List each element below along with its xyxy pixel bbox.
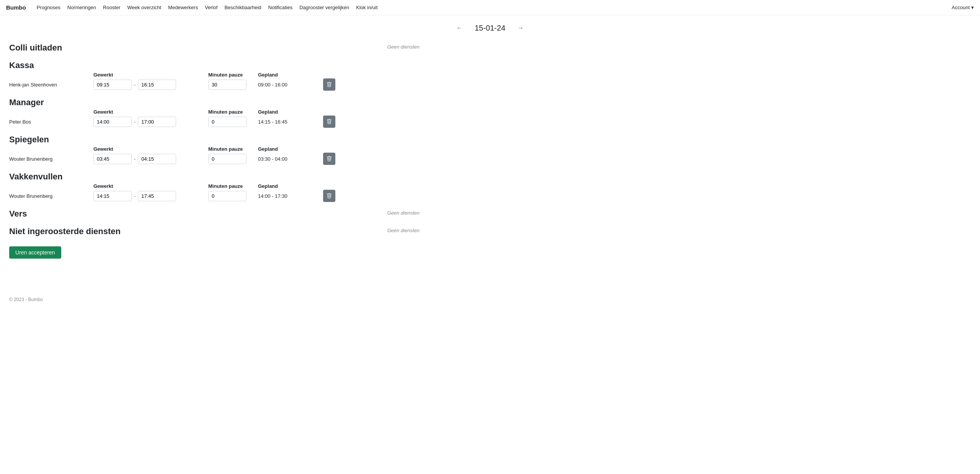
worked-time-range: - [93,117,193,127]
section-colli-uitladen: Colli uitladenGeen diensten [9,39,450,54]
col-header-gepland: Gepland [258,72,323,78]
col-headers-manager: GewerktMinuten pauzeGepland [9,109,450,115]
col-header-minuten-pauze: Minuten pauze [208,109,258,115]
section-manager: ManagerGewerktMinuten pauzeGeplandPeter … [9,94,450,128]
col-header-minuten-pauze: Minuten pauze [208,146,258,152]
footer-text: © 2023 - Bumbo [9,297,43,302]
col-headers-vakkenvullen: GewerktMinuten pauzeGepland [9,183,450,189]
section-kassa: KassaGewerktMinuten pauzeGeplandHenk-jan… [9,57,450,91]
delete-entry-button[interactable] [323,190,335,202]
worked-time-range: - [93,191,193,201]
worked-from-input[interactable] [93,154,132,164]
worked-time-range: - [93,80,193,90]
nav-item-klok-in/uit[interactable]: Klok in/uit [353,3,381,12]
section-vakkenvullen: VakkenvullenGewerktMinuten pauzeGeplandW… [9,168,450,202]
section-spiegelen: SpiegelenGewerktMinuten pauzeGeplandWout… [9,131,450,165]
planned-text: 14:15 - 16:45 [258,119,323,125]
delete-entry-button[interactable] [323,153,335,165]
geen-diensten-vers: Geen diensten [387,210,450,216]
section-title-kassa: Kassa [9,60,34,70]
col-header-gewerkt: Gewerkt [93,72,193,78]
nav-item-medewerkers[interactable]: Medewerkers [165,3,201,12]
section-title-row-vers: VersGeen diensten [9,205,450,220]
col-header-gepland: Gepland [258,109,323,115]
worked-to-input[interactable] [138,154,176,164]
section-title-row-kassa: Kassa [9,57,450,72]
entry-row: Henk-jan Steenhoven-09:00 - 16:00 [9,78,450,91]
section-title-niet-ingeroosterde-diensten: Niet ingeroosterde diensten [9,226,121,236]
worked-to-input[interactable] [138,117,176,127]
section-title-row-colli-uitladen: Colli uitladenGeen diensten [9,39,450,54]
col-headers-spiegelen: GewerktMinuten pauzeGepland [9,146,450,152]
col-header-minuten-pauze: Minuten pauze [208,72,258,78]
worked-from-input[interactable] [93,191,132,201]
entry-row: Wouter Brunenberg-14:00 - 17:30 [9,190,450,202]
col-header-gewerkt: Gewerkt [93,183,193,189]
worked-from-input[interactable] [93,80,132,90]
section-title-row-manager: Manager [9,94,450,109]
delete-entry-button[interactable] [323,116,335,128]
footer: © 2023 - Bumbo [0,289,980,310]
time-separator: - [134,119,136,125]
nav-item-rooster[interactable]: Rooster [100,3,124,12]
col-headers-kassa: GewerktMinuten pauzeGepland [9,72,450,78]
nav-item-dagrooster-vergelijken[interactable]: Dagrooster vergelijken [296,3,352,12]
nav-item-notificaties[interactable]: Notificaties [265,3,296,12]
section-niet-ingeroosterde-diensten: Niet ingeroosterde dienstenGeen diensten [9,223,450,238]
section-title-manager: Manager [9,98,44,108]
account-label: Account [952,5,970,10]
col-header-gewerkt: Gewerkt [93,146,193,152]
col-header-gepland: Gepland [258,183,323,189]
section-title-row-niet-ingeroosterde-diensten: Niet ingeroosterde dienstenGeen diensten [9,223,450,238]
time-separator: - [134,156,136,162]
minutes-pause-input[interactable] [208,191,247,201]
main-content: Colli uitladenGeen dienstenKassaGewerktM… [0,39,459,274]
col-header-gepland: Gepland [258,146,323,152]
planned-text: 09:00 - 16:00 [258,82,323,88]
time-separator: - [134,193,136,199]
date-navigation: ← 15-01-24 → [0,15,980,39]
section-title-row-spiegelen: Spiegelen [9,131,450,146]
sections-container: Colli uitladenGeen dienstenKassaGewerktM… [9,39,450,238]
worked-time-range: - [93,154,193,164]
planned-text: 03:30 - 04:00 [258,156,323,162]
section-title-spiegelen: Spiegelen [9,135,49,145]
geen-diensten-niet-ingeroosterde-diensten: Geen diensten [387,228,450,233]
planned-text: 14:00 - 17:30 [258,193,323,199]
entry-row: Wouter Brunenberg-03:30 - 04:00 [9,153,450,165]
worked-to-input[interactable] [138,80,176,90]
nav-item-beschikbaarheid[interactable]: Beschikbaarheid [221,3,264,12]
nav-items: PrognosesNormeringenRoosterWeek overzich… [34,3,952,12]
nav-item-normeringen[interactable]: Normeringen [64,3,99,12]
section-title-row-vakkenvullen: Vakkenvullen [9,168,450,183]
entry-row: Peter Bos-14:15 - 16:45 [9,116,450,128]
current-date: 15-01-24 [475,24,505,33]
account-menu[interactable]: Account ▾ [952,5,974,10]
employee-name: Henk-jan Steenhoven [9,82,93,88]
worked-from-input[interactable] [93,117,132,127]
minutes-pause-input[interactable] [208,154,247,164]
section-title-vakkenvullen: Vakkenvullen [9,172,62,182]
accept-hours-button[interactable]: Uren accepteren [9,246,61,259]
nav-item-week-overzicht[interactable]: Week overzicht [124,3,165,12]
nav-item-verlof[interactable]: Verlof [202,3,220,12]
delete-entry-button[interactable] [323,78,335,91]
minutes-pause-input[interactable] [208,80,247,90]
brand-logo: Bumbo [6,4,26,11]
main-nav: Bumbo PrognosesNormeringenRoosterWeek ov… [0,0,980,15]
employee-name: Wouter Brunenberg [9,156,93,162]
employee-name: Wouter Brunenberg [9,193,93,199]
prev-date-button[interactable]: ← [453,23,466,33]
minutes-pause-input[interactable] [208,117,247,127]
employee-name: Peter Bos [9,119,93,125]
section-vers: VersGeen diensten [9,205,450,220]
nav-item-prognoses[interactable]: Prognoses [34,3,64,12]
geen-diensten-colli-uitladen: Geen diensten [387,44,450,50]
time-separator: - [134,82,136,88]
next-date-button[interactable]: → [514,23,527,33]
section-title-colli-uitladen: Colli uitladen [9,43,62,53]
col-header-gewerkt: Gewerkt [93,109,193,115]
section-title-vers: Vers [9,209,27,219]
col-header-minuten-pauze: Minuten pauze [208,183,258,189]
worked-to-input[interactable] [138,191,176,201]
